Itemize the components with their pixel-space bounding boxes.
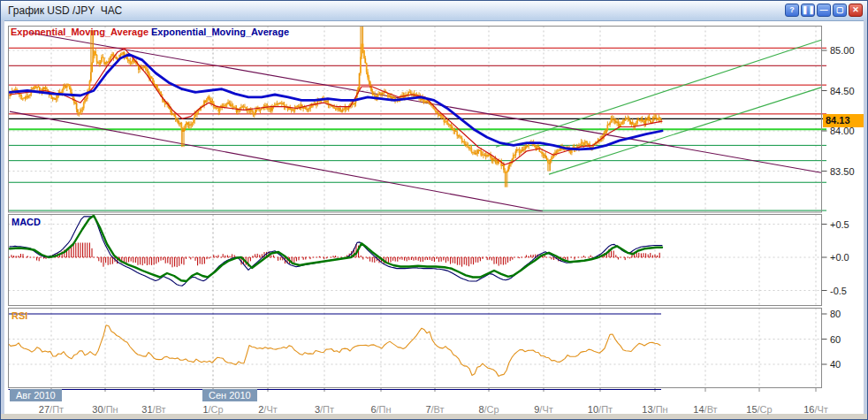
- legend-ema-slow: Exponential_Moving_Average: [151, 27, 289, 37]
- legend-ema-fast: Exponential_Moving_Average: [11, 27, 148, 37]
- rsi-axis-label: 40: [830, 359, 841, 370]
- rsi-axis-label: 80: [830, 309, 841, 319]
- price-axis-label: 85.00: [830, 45, 855, 56]
- macd-axis-label: -0.5: [830, 286, 847, 296]
- rsi-axis-label: 60: [830, 334, 841, 345]
- date-tick-label: 6/Пн: [370, 404, 391, 415]
- price-axis-label: 84.00: [830, 126, 855, 136]
- date-tick-label: 31/Вт: [141, 404, 165, 415]
- chart-window: График USD /JPY ЧАС ?❚❚—▢✕ Exponential_M…: [0, 0, 868, 420]
- frame-left: [1, 20, 4, 419]
- date-tick-label: 27/Пт: [39, 404, 64, 415]
- month-badge: Сен 2010: [202, 389, 257, 401]
- date-tick-label: 3/Пт: [315, 404, 334, 415]
- date-tick-label: 13/Пн: [642, 404, 667, 415]
- date-tick-label: 2/Чт: [258, 404, 278, 415]
- date-tick-label: 30/Пн: [92, 404, 118, 415]
- rsi-panel-label: RSI: [11, 310, 27, 321]
- macd-axis-label: +0.5: [830, 219, 849, 230]
- price-axis-label: 84.50: [830, 86, 855, 96]
- frame-right: [864, 20, 867, 419]
- date-tick-label: 8/Ср: [478, 404, 499, 415]
- date-tick-label: 1/Ср: [202, 404, 223, 415]
- price-axis-label: 83.50: [830, 166, 855, 177]
- macd-axis-label: +0.0: [830, 252, 849, 263]
- macd-panel-label: MACD: [11, 217, 41, 227]
- date-tick-label: 16/Чт: [803, 404, 828, 415]
- date-tick-label: 14/Вт: [693, 404, 717, 415]
- date-tick-label: 10/Пт: [588, 404, 613, 415]
- month-badge: Авг 2010: [10, 389, 62, 401]
- date-tick-label: 9/Чт: [534, 404, 553, 415]
- chart-canvas[interactable]: [1, 1, 868, 420]
- date-tick-label: 15/Ср: [746, 404, 772, 415]
- date-tick-label: 7/Вт: [425, 404, 444, 415]
